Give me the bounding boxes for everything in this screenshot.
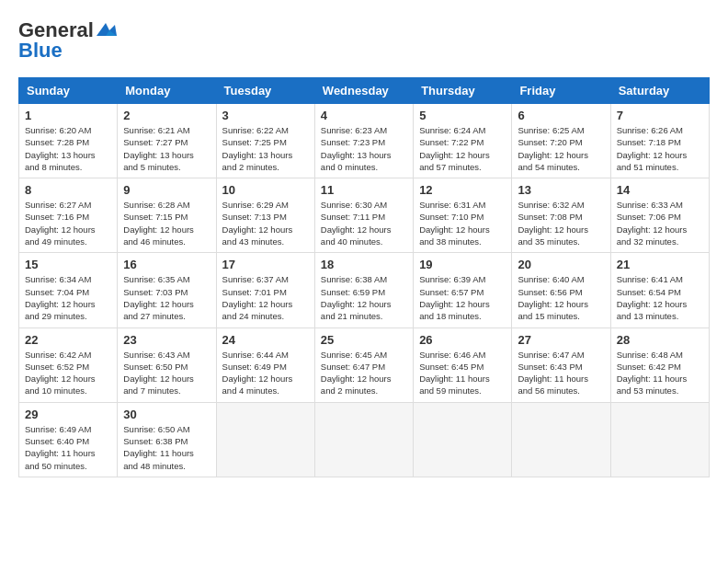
- calendar-header-saturday: Saturday: [610, 78, 709, 104]
- cell-info: Sunrise: 6:37 AMSunset: 7:01 PMDaylight:…: [222, 273, 309, 322]
- calendar-cell: 8Sunrise: 6:27 AMSunset: 7:16 PMDaylight…: [19, 178, 118, 253]
- day-number: 28: [617, 333, 703, 347]
- calendar-cell: 6Sunrise: 6:25 AMSunset: 7:20 PMDaylight…: [512, 104, 610, 178]
- cell-info: Sunrise: 6:41 AMSunset: 6:54 PMDaylight:…: [617, 273, 703, 322]
- calendar-cell: 10Sunrise: 6:29 AMSunset: 7:13 PMDayligh…: [216, 178, 314, 253]
- cell-info: Sunrise: 6:25 AMSunset: 7:20 PMDaylight:…: [518, 124, 604, 173]
- calendar-week-row: 8Sunrise: 6:27 AMSunset: 7:16 PMDaylight…: [19, 178, 710, 253]
- calendar-cell: 29Sunrise: 6:49 AMSunset: 6:40 PMDayligh…: [19, 402, 118, 477]
- cell-info: Sunrise: 6:33 AMSunset: 7:06 PMDaylight:…: [617, 199, 703, 247]
- calendar-cell: [314, 402, 413, 477]
- calendar-header-wednesday: Wednesday: [314, 78, 413, 104]
- day-number: 26: [419, 333, 506, 347]
- logo: General Blue: [18, 18, 117, 63]
- day-number: 18: [321, 258, 407, 271]
- day-number: 24: [222, 333, 309, 347]
- cell-info: Sunrise: 6:31 AMSunset: 7:10 PMDaylight:…: [419, 199, 506, 247]
- calendar-cell: [610, 402, 709, 477]
- cell-info: Sunrise: 6:22 AMSunset: 7:25 PMDaylight:…: [222, 124, 309, 173]
- calendar-cell: [414, 402, 512, 477]
- cell-info: Sunrise: 6:45 AMSunset: 6:47 PMDaylight:…: [321, 349, 407, 397]
- calendar-cell: 15Sunrise: 6:34 AMSunset: 7:04 PMDayligh…: [19, 253, 118, 327]
- calendar-cell: 12Sunrise: 6:31 AMSunset: 7:10 PMDayligh…: [414, 178, 512, 253]
- cell-info: Sunrise: 6:28 AMSunset: 7:15 PMDaylight:…: [123, 199, 210, 247]
- day-number: 13: [518, 183, 604, 197]
- cell-info: Sunrise: 6:32 AMSunset: 7:08 PMDaylight:…: [518, 199, 604, 247]
- calendar-cell: [216, 402, 314, 477]
- calendar-cell: [512, 402, 610, 477]
- cell-info: Sunrise: 6:39 AMSunset: 6:57 PMDaylight:…: [419, 273, 506, 322]
- page-header: General Blue: [18, 18, 710, 63]
- day-number: 25: [321, 333, 407, 347]
- calendar-week-row: 1Sunrise: 6:20 AMSunset: 7:28 PMDaylight…: [19, 104, 710, 178]
- cell-info: Sunrise: 6:40 AMSunset: 6:56 PMDaylight:…: [518, 273, 604, 322]
- calendar-cell: 4Sunrise: 6:23 AMSunset: 7:23 PMDaylight…: [314, 104, 413, 178]
- cell-info: Sunrise: 6:24 AMSunset: 7:22 PMDaylight:…: [419, 124, 506, 173]
- day-number: 21: [617, 258, 703, 271]
- day-number: 11: [321, 183, 407, 197]
- cell-info: Sunrise: 6:34 AMSunset: 7:04 PMDaylight:…: [25, 273, 111, 322]
- day-number: 1: [25, 109, 111, 122]
- day-number: 22: [25, 333, 111, 347]
- day-number: 29: [25, 408, 111, 421]
- cell-info: Sunrise: 6:49 AMSunset: 6:40 PMDaylight:…: [25, 423, 111, 472]
- calendar-cell: 21Sunrise: 6:41 AMSunset: 6:54 PMDayligh…: [610, 253, 709, 327]
- day-number: 4: [321, 109, 407, 122]
- cell-info: Sunrise: 6:50 AMSunset: 6:38 PMDaylight:…: [123, 423, 210, 472]
- day-number: 17: [222, 258, 309, 271]
- cell-info: Sunrise: 6:44 AMSunset: 6:49 PMDaylight:…: [222, 349, 309, 397]
- day-number: 16: [123, 258, 210, 271]
- calendar-cell: 2Sunrise: 6:21 AMSunset: 7:27 PMDaylight…: [118, 104, 216, 178]
- calendar-cell: 3Sunrise: 6:22 AMSunset: 7:25 PMDaylight…: [216, 104, 314, 178]
- calendar-cell: 18Sunrise: 6:38 AMSunset: 6:59 PMDayligh…: [314, 253, 413, 327]
- day-number: 10: [222, 183, 309, 197]
- day-number: 19: [419, 258, 506, 271]
- day-number: 3: [222, 109, 309, 122]
- calendar-cell: 14Sunrise: 6:33 AMSunset: 7:06 PMDayligh…: [610, 178, 709, 253]
- calendar-table: SundayMondayTuesdayWednesdayThursdayFrid…: [18, 77, 710, 477]
- day-number: 15: [25, 258, 111, 271]
- calendar-cell: 27Sunrise: 6:47 AMSunset: 6:43 PMDayligh…: [512, 327, 610, 402]
- calendar-cell: 7Sunrise: 6:26 AMSunset: 7:18 PMDaylight…: [610, 104, 709, 178]
- calendar-cell: 24Sunrise: 6:44 AMSunset: 6:49 PMDayligh…: [216, 327, 314, 402]
- calendar-cell: 26Sunrise: 6:46 AMSunset: 6:45 PMDayligh…: [414, 327, 512, 402]
- day-number: 6: [518, 109, 604, 122]
- cell-info: Sunrise: 6:27 AMSunset: 7:16 PMDaylight:…: [25, 199, 111, 247]
- cell-info: Sunrise: 6:42 AMSunset: 6:52 PMDaylight:…: [25, 349, 111, 397]
- calendar-cell: 17Sunrise: 6:37 AMSunset: 7:01 PMDayligh…: [216, 253, 314, 327]
- calendar-cell: 13Sunrise: 6:32 AMSunset: 7:08 PMDayligh…: [512, 178, 610, 253]
- cell-info: Sunrise: 6:47 AMSunset: 6:43 PMDaylight:…: [518, 349, 604, 397]
- calendar-header-monday: Monday: [118, 78, 216, 104]
- calendar-cell: 20Sunrise: 6:40 AMSunset: 6:56 PMDayligh…: [512, 253, 610, 327]
- day-number: 9: [123, 183, 210, 197]
- calendar-week-row: 22Sunrise: 6:42 AMSunset: 6:52 PMDayligh…: [19, 327, 710, 402]
- calendar-cell: 9Sunrise: 6:28 AMSunset: 7:15 PMDaylight…: [118, 178, 216, 253]
- day-number: 5: [419, 109, 506, 122]
- cell-info: Sunrise: 6:30 AMSunset: 7:11 PMDaylight:…: [321, 199, 407, 247]
- cell-info: Sunrise: 6:21 AMSunset: 7:27 PMDaylight:…: [123, 124, 210, 173]
- logo-bird-icon: [97, 23, 117, 40]
- day-number: 20: [518, 258, 604, 271]
- calendar-cell: 16Sunrise: 6:35 AMSunset: 7:03 PMDayligh…: [118, 253, 216, 327]
- cell-info: Sunrise: 6:48 AMSunset: 6:42 PMDaylight:…: [617, 349, 703, 397]
- calendar-body: 1Sunrise: 6:20 AMSunset: 7:28 PMDaylight…: [19, 104, 710, 477]
- calendar-cell: 19Sunrise: 6:39 AMSunset: 6:57 PMDayligh…: [414, 253, 512, 327]
- calendar-cell: 25Sunrise: 6:45 AMSunset: 6:47 PMDayligh…: [314, 327, 413, 402]
- cell-info: Sunrise: 6:43 AMSunset: 6:50 PMDaylight:…: [123, 349, 210, 397]
- calendar-header-sunday: Sunday: [19, 78, 118, 104]
- day-number: 7: [617, 109, 703, 122]
- calendar-cell: 1Sunrise: 6:20 AMSunset: 7:28 PMDaylight…: [19, 104, 118, 178]
- calendar-header-tuesday: Tuesday: [216, 78, 314, 104]
- calendar-header-friday: Friday: [512, 78, 610, 104]
- calendar-cell: 5Sunrise: 6:24 AMSunset: 7:22 PMDaylight…: [414, 104, 512, 178]
- calendar-week-row: 15Sunrise: 6:34 AMSunset: 7:04 PMDayligh…: [19, 253, 710, 327]
- cell-info: Sunrise: 6:20 AMSunset: 7:28 PMDaylight:…: [25, 124, 111, 173]
- calendar-cell: 22Sunrise: 6:42 AMSunset: 6:52 PMDayligh…: [19, 327, 118, 402]
- calendar-header-row: SundayMondayTuesdayWednesdayThursdayFrid…: [19, 78, 710, 104]
- calendar-cell: 30Sunrise: 6:50 AMSunset: 6:38 PMDayligh…: [118, 402, 216, 477]
- cell-info: Sunrise: 6:26 AMSunset: 7:18 PMDaylight:…: [617, 124, 703, 173]
- cell-info: Sunrise: 6:35 AMSunset: 7:03 PMDaylight:…: [123, 273, 210, 322]
- cell-info: Sunrise: 6:29 AMSunset: 7:13 PMDaylight:…: [222, 199, 309, 247]
- day-number: 12: [419, 183, 506, 197]
- day-number: 30: [123, 408, 210, 421]
